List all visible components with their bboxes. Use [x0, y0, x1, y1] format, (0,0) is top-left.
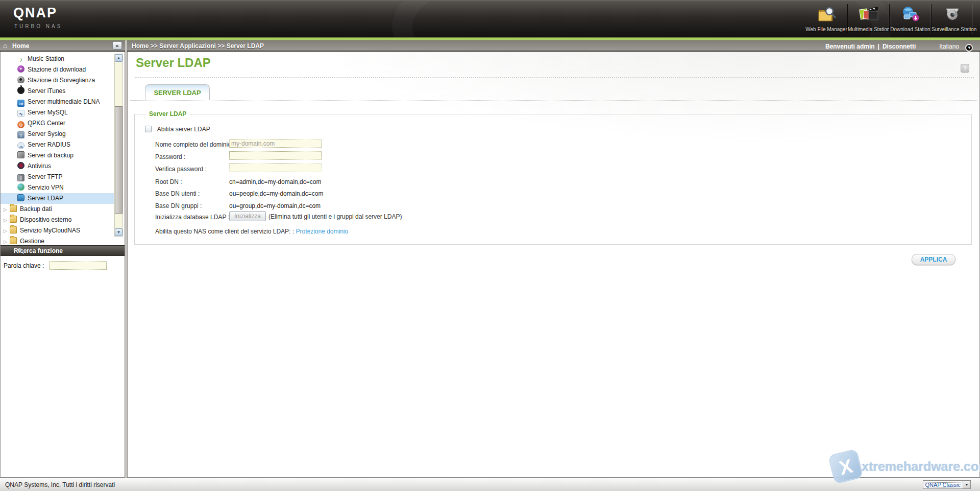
- theme-select-value: QNAP Classic: [923, 482, 963, 488]
- help-icon[interactable]: ?: [961, 64, 969, 73]
- quick-launch-surveillance-station[interactable]: Surveillance Station: [931, 4, 973, 34]
- enable-ldap-checkbox[interactable]: [145, 126, 152, 132]
- download-station-item-icon: [17, 65, 24, 73]
- apply-button[interactable]: APPLICA: [912, 254, 955, 265]
- web-file-manager-icon: [816, 5, 837, 25]
- sidebar-item-music-station[interactable]: Music Station: [1, 54, 114, 64]
- footer-bar: QNAP Systems, Inc. Tutti i diritti riser…: [0, 478, 980, 491]
- quick-launch-download-station[interactable]: Download Station: [889, 4, 931, 34]
- sidebar-folder-backup-dati[interactable]: ▷Backup dati: [1, 204, 114, 215]
- qnap-logo: QNAP: [13, 5, 57, 21]
- scroll-up-icon[interactable]: ▲: [115, 54, 122, 62]
- qpkg-center-icon: [17, 121, 24, 128]
- expand-arrow-icon[interactable]: ▷: [4, 215, 10, 226]
- sidebar-item-stazione-di-download[interactable]: Stazione di download: [1, 64, 114, 75]
- sidebar-item-label: Dispositivo esterno: [20, 216, 71, 223]
- sidebar-collapse-button[interactable]: «: [112, 41, 122, 50]
- music-station-icon: [17, 56, 24, 63]
- backup-server-icon: [17, 151, 24, 158]
- initialize-button[interactable]: Inizializza: [229, 211, 266, 221]
- password-input[interactable]: [229, 151, 322, 160]
- ldap-client-row: Abilita questo NAS come client del servi…: [155, 228, 348, 235]
- expand-arrow-icon[interactable]: ▷: [4, 226, 10, 237]
- sidebar-item-server-syslog[interactable]: Server Syslog: [1, 129, 114, 139]
- quick-launch-label: Download Station: [890, 27, 931, 32]
- sidebar-item-label: Servizio VPN: [28, 184, 64, 191]
- sidebar-item-antivirus[interactable]: Antivirus: [1, 161, 114, 172]
- quick-launch-web-file-manager[interactable]: Web File Manager: [805, 4, 847, 34]
- folder-icon: [10, 237, 17, 244]
- keyword-label: Parola chiave :: [4, 262, 44, 269]
- home-icon: ⌂: [3, 41, 7, 50]
- sidebar-item-server-mysql[interactable]: Server MySQL: [1, 107, 114, 118]
- tab-server-ldap[interactable]: SERVER LDAP: [145, 84, 210, 100]
- antivirus-icon: [17, 162, 24, 169]
- sidebar-item-label: Music Station: [28, 55, 64, 62]
- sidebar-folder-dispositivo-esterno[interactable]: ▷Dispositivo esterno: [1, 215, 114, 225]
- sidebar-item-label: QPKG Center: [28, 120, 65, 127]
- scrollbar-thumb[interactable]: [115, 106, 122, 214]
- groups-base-dn-label: Base DN gruppi :: [155, 202, 202, 209]
- sidebar-item-label: Servizio MyCloudNAS: [20, 227, 80, 234]
- quick-launch-label: Multimedia Station: [848, 27, 889, 32]
- domain-name-label: Nome completo del dominio :: [155, 141, 234, 148]
- users-base-dn-value: ou=people,dc=my-domain,dc=com: [229, 190, 323, 197]
- root-dn-label: Root DN :: [155, 178, 182, 185]
- search-icon: [18, 248, 21, 252]
- sidebar-item-label: Server multimediale DLNA: [28, 98, 100, 105]
- sidebar-item-label: Gestione: [20, 238, 44, 245]
- sidebar-item-server-multimediale-dlna[interactable]: Server multimediale DLNA: [1, 97, 114, 107]
- theme-select-dropdown-icon[interactable]: ▼: [963, 481, 970, 488]
- init-db-label: Inizializza database LDAP :: [155, 214, 230, 221]
- scroll-down-icon[interactable]: ▼: [115, 228, 122, 236]
- sidebar-item-label: Server TFTP: [28, 173, 62, 180]
- expand-arrow-icon[interactable]: ▷: [4, 204, 10, 215]
- language-label: Italiano: [939, 43, 959, 50]
- domain-security-link[interactable]: Protezione dominio: [296, 228, 348, 235]
- enable-ldap-row: Abilita server LDAP: [145, 126, 210, 133]
- sidebar-folder-gestione[interactable]: ▷Gestione: [1, 236, 114, 245]
- sidebar-item-server-di-backup[interactable]: Server di backup: [1, 150, 114, 161]
- sidebar-item-qpkg-center[interactable]: QPKG Center: [1, 118, 114, 129]
- theme-select[interactable]: QNAP Classic ▼: [923, 480, 971, 489]
- qnap-admin-window: QNAP TURBO NAS Web File Manager: [0, 0, 980, 491]
- sidebar-header: ⌂ Home «: [0, 40, 125, 52]
- language-dropdown-icon[interactable]: ▼: [965, 44, 973, 52]
- quick-launch-label: Surveillance Station: [932, 27, 973, 32]
- sidebar-item-server-itunes[interactable]: Server iTunes: [1, 86, 114, 97]
- keyword-input[interactable]: [49, 261, 107, 270]
- separator: |: [878, 43, 879, 50]
- sidebar-item-label: Stazione di Sorveglianza: [28, 77, 95, 84]
- sidebar-item-label: Server Syslog: [28, 130, 66, 137]
- sidebar-item-server-radius[interactable]: Server RADIUS: [1, 139, 114, 150]
- expand-arrow-icon[interactable]: ▷: [4, 237, 10, 245]
- ldap-client-label: Abilita questo NAS come client del servi…: [155, 228, 294, 235]
- turbo-nas-tagline: TURBO NAS: [14, 24, 62, 29]
- page-title: Server LDAP: [136, 56, 211, 70]
- sidebar-folder-servizio-mycloudnas[interactable]: ▷Servizio MyCloudNAS: [1, 225, 114, 236]
- radius-server-icon: [17, 142, 24, 149]
- sidebar-item-servizio-vpn[interactable]: Servizio VPN: [1, 182, 114, 193]
- sidebar-item-label: Server di backup: [28, 152, 74, 159]
- mysql-server-icon: [17, 110, 24, 117]
- breadcrumb: Home >> Server Applicazioni >> Server LD…: [132, 42, 264, 50]
- sidebar-item-server-tftp[interactable]: Server TFTP: [1, 172, 114, 182]
- folder-icon: [10, 205, 17, 212]
- verify-password-input[interactable]: [229, 163, 322, 172]
- root-dn-value: cn=admin,dc=my-domain,dc=com: [229, 178, 321, 185]
- dlna-server-icon: [17, 100, 24, 107]
- logout-link[interactable]: Disconnetti: [883, 43, 916, 50]
- domain-name-input[interactable]: [229, 139, 322, 148]
- sidebar-item-server-ldap[interactable]: Server LDAP: [1, 193, 114, 204]
- download-station-icon: [900, 5, 921, 25]
- sidebar-item-stazione-di-sorveglianza[interactable]: Stazione di Sorveglianza: [1, 75, 114, 86]
- sidebar-item-label: Stazione di download: [28, 66, 86, 73]
- groups-base-dn-value: ou=group,dc=my-domain,dc=com: [229, 202, 321, 209]
- copyright-text: QNAP Systems, Inc. Tutti i diritti riser…: [5, 481, 115, 488]
- welcome-text: Benvenuti admin: [825, 43, 875, 50]
- sidebar-item-label: Server MySQL: [28, 109, 68, 116]
- quick-launch-multimedia-station[interactable]: Multimedia Station: [847, 4, 889, 34]
- quick-launch-label: Web File Manager: [805, 27, 847, 32]
- sidebar-scrollbar[interactable]: ▲ ▼: [114, 54, 123, 237]
- quick-launch-bar: Web File Manager Multimedia Station: [805, 4, 973, 35]
